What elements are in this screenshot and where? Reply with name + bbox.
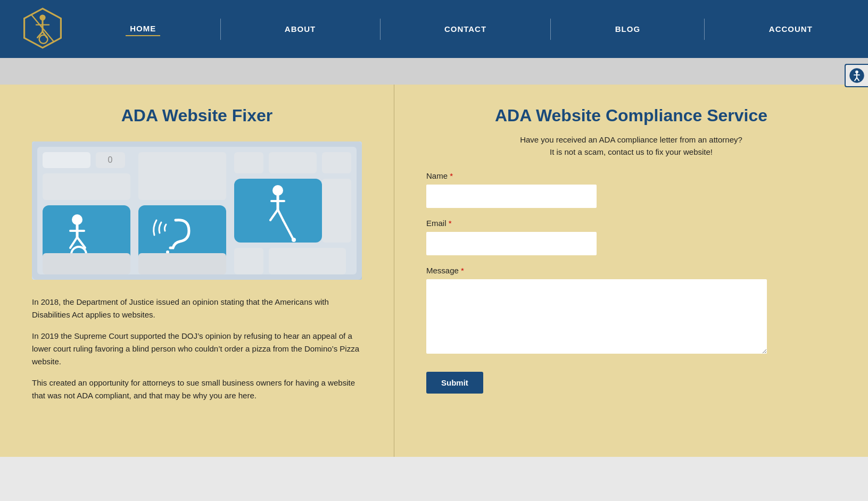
svg-text:0: 0 (108, 155, 113, 164)
keyboard-image: 0 (32, 141, 362, 280)
nav-divider-1 (220, 19, 221, 40)
main-nav: HOME ABOUT CONTACT BLOG ACCOUNT (96, 19, 847, 40)
svg-rect-35 (322, 152, 351, 173)
message-label: Message * (426, 266, 836, 275)
nav-home[interactable]: HOME (126, 22, 160, 36)
name-label: Name * (426, 171, 836, 180)
email-field-group: Email * (426, 219, 836, 255)
name-input[interactable] (426, 185, 597, 208)
svg-rect-38 (234, 248, 263, 274)
right-subtitle-2: It is not a scam, contact us to fix your… (426, 147, 836, 156)
email-required: * (449, 219, 452, 228)
svg-rect-37 (43, 173, 130, 200)
svg-rect-34 (269, 152, 317, 173)
nav-divider-3 (550, 19, 551, 40)
message-required: * (461, 266, 464, 275)
left-panel: ADA Website Fixer 0 (0, 85, 394, 457)
left-paragraph-2: In 2019 the Supreme Court supported the … (32, 330, 362, 368)
right-subtitle-1: Have you received an ADA compliance lett… (426, 135, 836, 144)
email-input[interactable] (426, 232, 597, 255)
nav-divider-2 (380, 19, 381, 40)
logo[interactable] (21, 7, 64, 52)
svg-rect-39 (269, 248, 346, 274)
email-label: Email * (426, 219, 836, 228)
nav-divider-4 (704, 19, 705, 40)
submit-button[interactable]: Submit (426, 372, 483, 394)
right-panel: ADA Website Compliance Service Have you … (394, 85, 868, 457)
svg-point-31 (292, 238, 296, 242)
svg-point-1 (39, 14, 45, 20)
message-textarea[interactable] (426, 279, 767, 354)
left-paragraph-3: This created an opportunity for attorney… (32, 377, 362, 402)
sub-header-bar (0, 58, 868, 85)
accessibility-button[interactable] (845, 64, 868, 87)
site-header: HOME ABOUT CONTACT BLOG ACCOUNT (0, 0, 868, 58)
svg-rect-32 (138, 152, 226, 200)
contact-form: Name * Email * Message * Submit (426, 171, 836, 394)
name-required: * (450, 171, 453, 180)
svg-rect-41 (138, 253, 226, 274)
nav-blog[interactable]: BLOG (611, 22, 644, 36)
message-field-group: Message * (426, 266, 836, 356)
svg-rect-36 (322, 179, 351, 243)
svg-rect-10 (43, 152, 90, 168)
left-paragraph-1: In 2018, the Department of Justice issue… (32, 296, 362, 321)
left-title: ADA Website Fixer (32, 106, 362, 126)
right-title: ADA Website Compliance Service (426, 106, 836, 126)
nav-contact[interactable]: CONTACT (440, 22, 491, 36)
svg-rect-33 (234, 152, 263, 173)
svg-point-14 (72, 214, 82, 225)
svg-point-6 (39, 35, 48, 43)
svg-point-25 (272, 185, 283, 196)
nav-about[interactable]: ABOUT (280, 22, 320, 36)
nav-account[interactable]: ACCOUNT (765, 22, 817, 36)
main-content: ADA Website Fixer 0 (0, 85, 868, 457)
svg-rect-40 (43, 253, 130, 274)
name-field-group: Name * (426, 171, 836, 208)
